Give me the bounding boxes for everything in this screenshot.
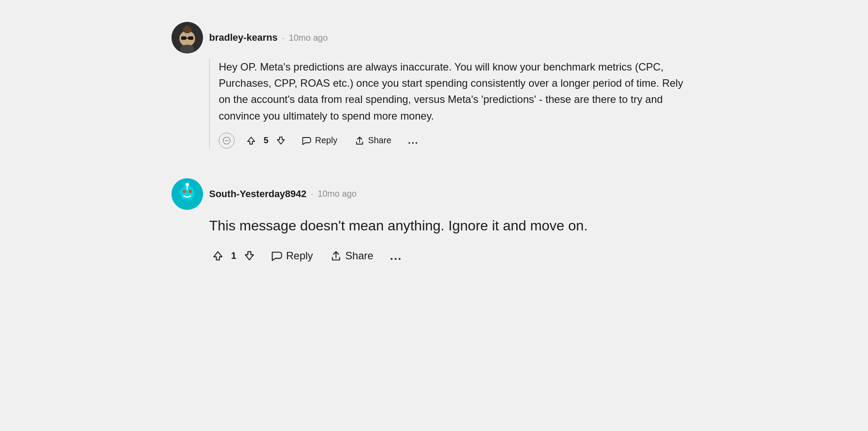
minus-icon xyxy=(223,137,231,145)
downvote-button-1[interactable] xyxy=(273,133,289,148)
username-2: South-Yesterday8942 xyxy=(209,188,307,200)
reply-icon-2 xyxy=(271,250,283,261)
svg-point-12 xyxy=(186,183,189,186)
svg-point-14 xyxy=(183,190,186,193)
share-button-1[interactable]: Share xyxy=(350,133,396,148)
collapse-button-1[interactable] xyxy=(219,133,234,148)
dot-1: · xyxy=(282,33,285,43)
more-options-button-2[interactable]: ... xyxy=(386,247,406,265)
downvote-icon xyxy=(276,135,286,146)
upvote-icon xyxy=(246,135,256,146)
comment-2-header: South-Yesterday8942 · 10mo ago xyxy=(172,178,696,210)
reply-label-1: Reply xyxy=(315,135,337,145)
username-1: bradley-kearns xyxy=(209,32,278,43)
dot-2: · xyxy=(311,189,314,199)
avatar-2 xyxy=(172,178,203,210)
comment-1-text: Hey OP. Meta's predictions are always in… xyxy=(219,59,696,124)
comment-1-actions: 5 Reply xyxy=(219,133,696,148)
svg-point-16 xyxy=(179,199,195,210)
comments-section: bradley-kearns · 10mo ago Hey OP. Meta's… xyxy=(172,13,696,277)
comment-2-meta: South-Yesterday8942 · 10mo ago xyxy=(209,188,357,200)
reply-label-2: Reply xyxy=(286,250,313,262)
timestamp-1: 10mo ago xyxy=(289,33,328,43)
reply-icon-1 xyxy=(302,136,312,145)
avatar xyxy=(172,22,203,53)
upvote-icon-2 xyxy=(212,250,224,262)
vote-count-1: 5 xyxy=(262,135,270,145)
more-dots-2: ... xyxy=(390,249,402,262)
share-label-1: Share xyxy=(368,135,391,145)
upvote-button-1[interactable] xyxy=(243,133,259,148)
svg-point-7 xyxy=(180,45,194,53)
svg-point-15 xyxy=(189,190,192,193)
share-icon-2 xyxy=(330,250,342,261)
svg-point-3 xyxy=(185,25,190,31)
comment-1-meta: bradley-kearns · 10mo ago xyxy=(209,32,328,43)
comment-2-text: This message doesn't mean anything. Igno… xyxy=(209,215,696,237)
share-icon-1 xyxy=(355,136,364,145)
reply-button-2[interactable]: Reply xyxy=(267,247,317,265)
svg-rect-5 xyxy=(188,36,193,40)
more-dots-1: ... xyxy=(408,135,419,146)
downvote-button-2[interactable] xyxy=(241,247,258,265)
share-label-2: Share xyxy=(345,250,373,262)
more-options-button-1[interactable]: ... xyxy=(405,133,422,148)
upvote-button-2[interactable] xyxy=(209,247,227,265)
downvote-icon-2 xyxy=(243,250,256,262)
vote-section-1: 5 xyxy=(243,133,289,148)
comment-1: bradley-kearns · 10mo ago Hey OP. Meta's… xyxy=(172,13,696,161)
vote-count-2: 1 xyxy=(230,250,237,261)
comment-2-body: This message doesn't mean anything. Igno… xyxy=(209,215,696,265)
svg-rect-4 xyxy=(181,36,186,40)
comment-2: South-Yesterday8942 · 10mo ago This mess… xyxy=(172,170,696,277)
share-button-2[interactable]: Share xyxy=(326,247,378,265)
reply-button-1[interactable]: Reply xyxy=(298,133,342,148)
vote-section-2: 1 xyxy=(209,247,258,265)
timestamp-2: 10mo ago xyxy=(318,189,357,199)
comment-1-header: bradley-kearns · 10mo ago xyxy=(172,22,696,53)
comment-1-body: Hey OP. Meta's predictions are always in… xyxy=(209,59,696,148)
comment-2-actions: 1 Reply xyxy=(209,247,696,265)
